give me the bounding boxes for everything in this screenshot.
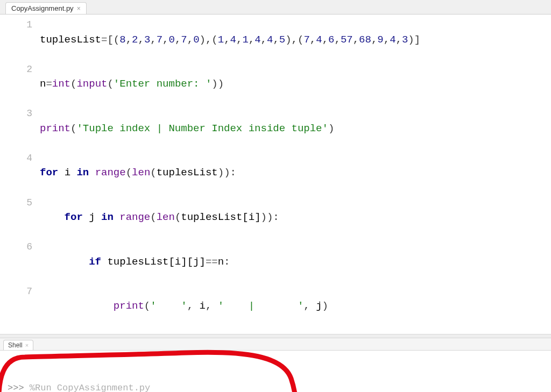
shell-output[interactable]: >>> %Run CopyAssignment.py Enter number:… [0,351,551,392]
line-number: 3 [0,106,40,120]
pane-splitter[interactable] [0,334,551,338]
close-icon[interactable]: × [77,5,81,12]
shell-line: >>> %Run CopyAssignment.py [8,382,543,392]
line-number: 7 [0,284,40,298]
line-number: 4 [0,151,40,165]
code-line: 1 tuplesList=[(8,2,3,7,0,7,0),(1,4,1,4,4… [0,18,551,62]
code-line: 2 n=int(input('Enter number: ')) [0,62,551,107]
editor-tab[interactable]: CopyAssignment.py × [5,2,87,14]
editor-tab-bar: CopyAssignment.py × [0,0,551,15]
shell-tab-bar: Shell × [0,338,551,351]
line-number: 1 [0,18,40,32]
run-command: %Run CopyAssignment.py [30,383,150,392]
shell-tab-label: Shell [8,341,23,349]
code-line: 3 print('Tuple index | Number Index insi… [0,106,551,151]
editor-tab-label: CopyAssignment.py [11,4,74,12]
line-number: 6 [0,240,40,254]
code-line: 5 for j in range(len(tuplesList[i])): [0,196,551,240]
shell-prompt: >>> [8,383,30,392]
code-line: 7 print(' ', i, ' | ', j) [0,284,551,329]
code-editor[interactable]: 1 tuplesList=[(8,2,3,7,0,7,0),(1,4,1,4,4… [0,15,551,334]
code-line: 4 for i in range(len(tuplesList)): [0,151,551,196]
line-number: 5 [0,196,40,210]
close-icon[interactable]: × [25,342,29,348]
code-line: 6 if tuplesList[i][j]==n: [0,240,551,284]
shell-tab[interactable]: Shell × [3,340,33,350]
line-number: 2 [0,62,40,76]
